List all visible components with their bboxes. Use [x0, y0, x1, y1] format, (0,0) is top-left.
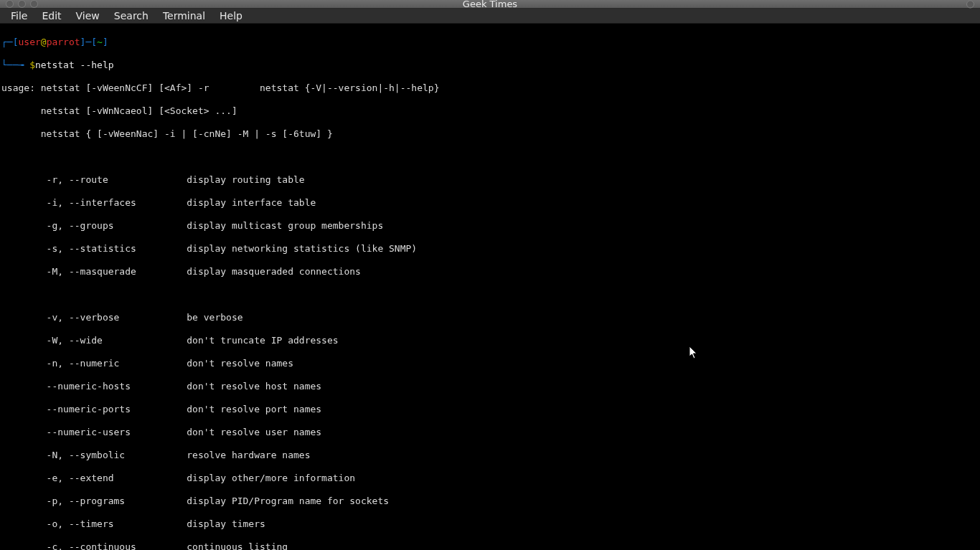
terminal-body[interactable]: ┌─[user@parrot]─[~] └──╼ $netstat --help…	[0, 24, 980, 550]
output-line: -n, --numeric don't resolve names	[1, 358, 979, 369]
output-line: -N, --symbolic resolve hardware names	[1, 450, 979, 461]
minimize-window-icon[interactable]	[18, 0, 26, 8]
menubar: File Edit View Search Terminal Help	[0, 9, 980, 24]
window-controls	[0, 0, 38, 8]
terminal-window: Geek Times File Edit View Search Termina…	[0, 0, 980, 550]
output-line: -M, --masquerade display masqueraded con…	[1, 266, 979, 278]
prompt-arm: └──╼	[1, 60, 29, 70]
output-line: -p, --programs display PID/Program name …	[1, 496, 979, 507]
output-line: --numeric-ports don't resolve port names	[1, 404, 979, 415]
menu-help[interactable]: Help	[213, 9, 249, 23]
menu-file[interactable]: File	[4, 9, 34, 23]
menu-terminal[interactable]: Terminal	[156, 9, 212, 23]
output-line: -i, --interfaces display interface table	[1, 197, 979, 209]
window-extra-icon[interactable]	[966, 0, 974, 8]
prompt-arm-1: └──╼ $netstat --help	[1, 60, 979, 71]
output-line: -v, --verbose be verbose	[1, 312, 979, 323]
prompt-close: ]	[103, 37, 108, 47]
output-line: -W, --wide don't truncate IP addresses	[1, 335, 979, 346]
prompt-cwd: ~	[97, 37, 103, 47]
menu-edit[interactable]: Edit	[35, 9, 67, 23]
prompt-bracket: ┌─[	[1, 37, 18, 47]
menu-view[interactable]: View	[70, 9, 106, 23]
prompt-user: user	[18, 37, 40, 47]
output-line: netstat { [-vWeenNac] -i | [-cnNe] -M | …	[1, 128, 979, 140]
output-line: netstat [-vWnNcaeol] [<Socket> ...]	[1, 105, 979, 117]
output-line: -g, --groups display multicast group mem…	[1, 220, 979, 232]
prompt-dollar: $	[29, 60, 35, 70]
output-blank	[1, 151, 979, 163]
titlebar[interactable]: Geek Times	[0, 0, 980, 9]
output-line: -c, --continuous continuous listing	[1, 541, 979, 550]
menu-search[interactable]: Search	[108, 9, 155, 23]
prompt-at: @	[41, 37, 47, 47]
prompt-host: parrot	[47, 37, 80, 47]
output-blank	[1, 289, 979, 300]
output-line: --numeric-users don't resolve user names	[1, 427, 979, 438]
output-line: -r, --route display routing table	[1, 174, 979, 186]
output-line: -e, --extend display other/more informat…	[1, 473, 979, 484]
maximize-window-icon[interactable]	[30, 0, 38, 8]
output-line: --numeric-hosts don't resolve host names	[1, 381, 979, 392]
prompt-sep: ]─[	[80, 37, 97, 47]
command-text: netstat --help	[35, 60, 114, 70]
prompt-line-1: ┌─[user@parrot]─[~]	[1, 37, 979, 48]
output-line: -s, --statistics display networking stat…	[1, 243, 979, 255]
window-title: Geek Times	[0, 0, 980, 9]
output-line: usage: netstat [-vWeenNcCF] [<Af>] -r ne…	[1, 82, 979, 94]
close-window-icon[interactable]	[6, 0, 14, 8]
output-line: -o, --timers display timers	[1, 518, 979, 530]
